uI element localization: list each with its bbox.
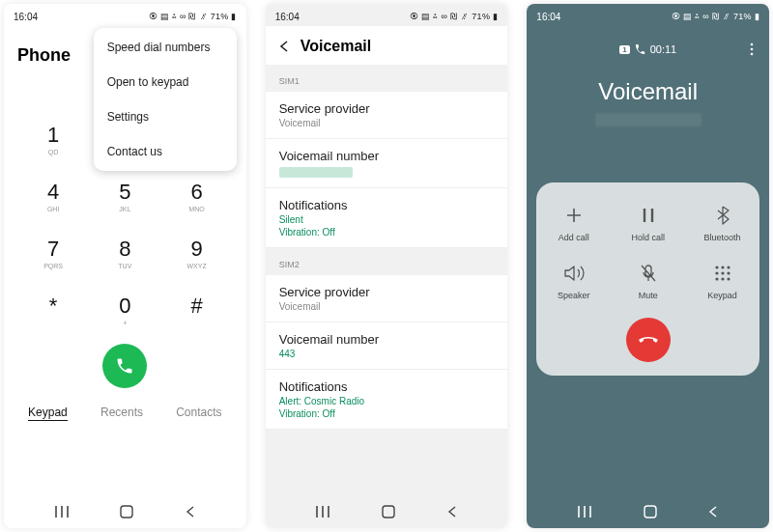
- menu-contact-us[interactable]: Contact us: [94, 134, 237, 169]
- svg-point-12: [721, 277, 724, 280]
- svg-rect-14: [644, 506, 656, 518]
- page-title: Voicemail: [301, 38, 372, 55]
- overflow-menu: Speed dial numbers Open to keypad Settin…: [94, 28, 237, 171]
- nav-back-icon[interactable]: [706, 505, 720, 518]
- svg-point-13: [727, 277, 730, 280]
- key-5[interactable]: 5JKL: [89, 169, 160, 226]
- bottom-tabs: Keypad Recents Contacts: [4, 388, 246, 423]
- status-bar: 16:04 ⦿ ▤ ⁂ ∞ ₪ ⫽ 71% ▮: [266, 4, 508, 26]
- sim1-notifications[interactable]: Notifications Silent Vibration: Off: [266, 188, 508, 248]
- svg-point-11: [715, 277, 718, 280]
- svg-rect-1: [383, 506, 394, 518]
- pause-icon: [615, 202, 682, 229]
- menu-speed-dial[interactable]: Speed dial numbers: [94, 30, 237, 65]
- nav-home-icon[interactable]: [643, 504, 658, 519]
- tab-keypad[interactable]: Keypad: [28, 406, 68, 421]
- mute-button[interactable]: Mute: [615, 254, 682, 312]
- key-star[interactable]: *: [17, 283, 89, 340]
- status-time: 16:04: [275, 12, 300, 22]
- redacted-number: [279, 167, 353, 178]
- bluetooth-button[interactable]: Bluetooth: [689, 196, 757, 254]
- status-icons: ⦿ ▤ ⁂ ∞ ₪ ⫽ 71% ▮: [149, 12, 237, 21]
- svg-point-8: [715, 271, 718, 274]
- nav-recent-icon[interactable]: [314, 503, 331, 520]
- phone-app-title: Phone: [17, 40, 71, 66]
- sim-badge: 1: [619, 45, 629, 54]
- caller-number-redacted: [595, 113, 701, 126]
- bluetooth-icon: [689, 202, 757, 229]
- svg-point-2: [751, 43, 754, 46]
- sim2-service-provider[interactable]: Service provider Voicemail: [266, 275, 508, 322]
- nav-recent-icon[interactable]: [53, 503, 71, 520]
- status-bar: 16:04 ⦿ ▤ ⁂ ∞ ₪ ⫽ 71% ▮: [4, 4, 246, 26]
- sim1-service-provider[interactable]: Service provider Voicemail: [266, 92, 508, 139]
- status-icons: ⦿ ▤ ⁂ ∞ ₪ ⫽ 71% ▮: [410, 12, 498, 21]
- more-icon[interactable]: [750, 42, 754, 56]
- menu-open-keypad[interactable]: Open to keypad: [94, 65, 237, 99]
- key-0[interactable]: 0+: [89, 283, 160, 340]
- status-time: 16:04: [536, 12, 560, 22]
- voicemail-settings-header: Voicemail: [266, 26, 508, 65]
- speaker-button[interactable]: Speaker: [540, 254, 608, 312]
- hold-call-button[interactable]: Hold call: [615, 196, 682, 254]
- plus-icon: [540, 202, 608, 229]
- tab-recents[interactable]: Recents: [100, 406, 143, 421]
- sim2-notifications[interactable]: Notifications Alert: Cosmic Radio Vibrat…: [266, 370, 508, 430]
- tab-contacts[interactable]: Contacts: [176, 406, 221, 421]
- svg-point-4: [751, 53, 754, 56]
- key-8[interactable]: 8TUV: [89, 226, 160, 283]
- menu-settings[interactable]: Settings: [94, 99, 237, 134]
- nav-recent-icon[interactable]: [576, 503, 593, 520]
- svg-point-9: [721, 271, 724, 274]
- svg-point-5: [715, 266, 718, 268]
- svg-point-7: [727, 266, 730, 268]
- dial-call-button[interactable]: [102, 344, 147, 388]
- android-nav-bar: [527, 495, 769, 528]
- key-1[interactable]: 1QD: [17, 112, 89, 169]
- svg-point-10: [727, 271, 730, 274]
- keypad-button[interactable]: Keypad: [689, 254, 757, 312]
- sim1-voicemail-number[interactable]: Voicemail number: [266, 139, 508, 188]
- key-4[interactable]: 4GHI: [17, 169, 89, 226]
- key-7[interactable]: 7PQRS: [17, 226, 89, 283]
- mute-icon: [615, 260, 682, 287]
- key-6[interactable]: 6MNO: [160, 169, 232, 226]
- sim2-voicemail-number[interactable]: Voicemail number 443: [266, 322, 508, 370]
- call-timer: 00:11: [650, 43, 677, 55]
- status-bar: 16:04 ⦿ ▤ ⁂ ∞ ₪ ⫽ 71% ▮: [527, 4, 769, 26]
- key-hash[interactable]: #: [160, 283, 232, 340]
- nav-home-icon[interactable]: [381, 504, 396, 519]
- keypad-icon: [689, 260, 757, 287]
- section-sim1: SIM1: [266, 65, 508, 92]
- back-icon[interactable]: [277, 40, 291, 53]
- key-9[interactable]: 9WXYZ: [160, 226, 232, 283]
- svg-point-6: [721, 266, 724, 268]
- nav-back-icon[interactable]: [184, 505, 197, 518]
- add-call-button[interactable]: Add call: [540, 196, 608, 254]
- svg-rect-0: [121, 506, 132, 518]
- android-nav-bar: [266, 495, 508, 528]
- hangup-icon: [637, 328, 660, 351]
- android-nav-bar: [4, 495, 246, 528]
- nav-home-icon[interactable]: [119, 504, 134, 519]
- svg-point-3: [751, 48, 754, 51]
- caller-name: Voicemail: [527, 78, 769, 105]
- end-call-button[interactable]: [626, 318, 671, 362]
- in-call-controls: Add call Hold call Bluetooth Speaker Mut…: [536, 182, 759, 376]
- status-time: 16:04: [14, 12, 38, 22]
- speaker-icon: [540, 260, 608, 287]
- nav-back-icon[interactable]: [445, 505, 459, 518]
- section-sim2: SIM2: [266, 248, 508, 275]
- status-icons: ⦿ ▤ ⁂ ∞ ₪ ⫽ 71% ▮: [672, 12, 759, 21]
- call-status-row: 1 00:11: [527, 43, 769, 55]
- phone-icon: [635, 44, 645, 55]
- phone-icon: [115, 356, 134, 376]
